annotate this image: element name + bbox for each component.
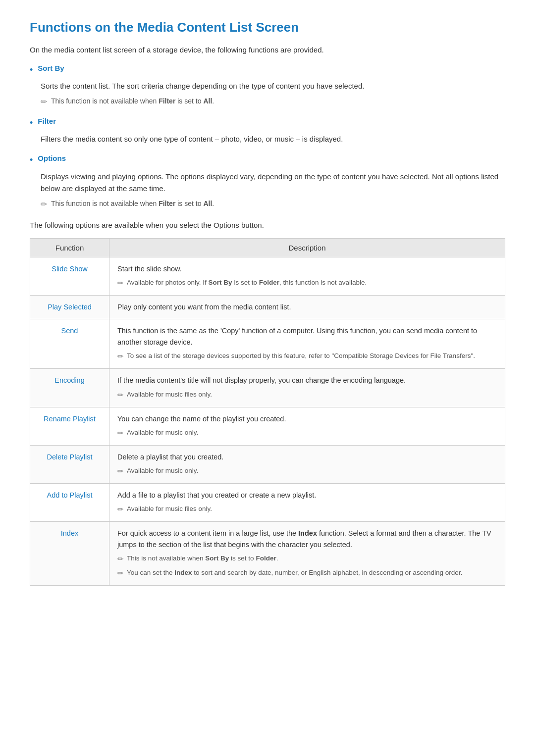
note-icon-7-1: ✏ bbox=[117, 567, 124, 579]
note-icon-options: ✏ bbox=[41, 199, 47, 210]
sort-by-note-text: This function is not available when Filt… bbox=[51, 96, 214, 106]
options-label: Options bbox=[38, 154, 66, 162]
desc-text-3: If the media content's title will not di… bbox=[117, 376, 406, 384]
note-icon-6-0: ✏ bbox=[117, 504, 124, 515]
table-row-function-3: Encoding bbox=[30, 369, 109, 407]
table-note-7-0: ✏ This is not available when Sort By is … bbox=[117, 553, 497, 565]
note-icon-7-0: ✏ bbox=[117, 553, 124, 565]
table-row-description-5: Delete a playlist that you created. ✏ Av… bbox=[109, 445, 505, 483]
note-icon-4-0: ✏ bbox=[117, 427, 124, 439]
note-icon-sort: ✏ bbox=[41, 96, 47, 108]
note-icon-3-0: ✏ bbox=[117, 389, 124, 401]
bullet-dot-filter: • bbox=[30, 117, 33, 129]
table-row-function-7: Index bbox=[30, 522, 109, 586]
filter-highlight-2: Filter bbox=[159, 200, 175, 207]
desc-text-2: This function is the same as the 'Copy' … bbox=[117, 327, 477, 346]
page-title: Functions on the Media Content List Scre… bbox=[30, 20, 505, 35]
filter-section: • Filter Filters the media content so on… bbox=[30, 117, 505, 145]
sort-by-note: ✏ This function is not available when Fi… bbox=[41, 96, 505, 108]
note-text-7-1: You can set the Index to sort and search… bbox=[127, 567, 462, 578]
desc-text-7: For quick access to a content item in a … bbox=[117, 529, 491, 549]
intro-paragraph: On the media content list screen of a st… bbox=[30, 44, 505, 56]
table-row-description-6: Add a file to a playlist that you create… bbox=[109, 483, 505, 521]
table-row-description-3: If the media content's title will not di… bbox=[109, 369, 505, 407]
table-note-2-0: ✏ To see a list of the storage devices s… bbox=[117, 351, 497, 362]
desc-text-6: Add a file to a playlist that you create… bbox=[117, 491, 316, 499]
bullet-dot-options: • bbox=[30, 154, 33, 166]
options-note: ✏ This function is not available when Fi… bbox=[41, 199, 505, 210]
all-highlight-2: All bbox=[203, 200, 212, 207]
note-text-0-0: Available for photos only. If Sort By is… bbox=[127, 277, 367, 288]
note-icon-0-0: ✏ bbox=[117, 277, 124, 289]
desc-text-4: You can change the name of the playlist … bbox=[117, 415, 286, 423]
filter-label: Filter bbox=[38, 117, 56, 125]
desc-text-0: Start the slide show. bbox=[117, 265, 182, 273]
sort-by-desc: Sorts the content list. The sort criteri… bbox=[41, 80, 505, 92]
filter-desc: Filters the media content so only one ty… bbox=[41, 133, 505, 145]
filter-highlight-1: Filter bbox=[159, 97, 175, 105]
note-text-3-0: Available for music files only. bbox=[127, 389, 212, 400]
table-note-6-0: ✏ Available for music files only. bbox=[117, 504, 497, 515]
note-icon-5-0: ✏ bbox=[117, 465, 124, 477]
table-note-5-0: ✏ Available for music only. bbox=[117, 465, 497, 477]
options-section: • Options Displays viewing and playing o… bbox=[30, 154, 505, 210]
table-note-3-0: ✏ Available for music files only. bbox=[117, 389, 497, 401]
table-row-function-2: Send bbox=[30, 319, 109, 368]
sort-by-label: Sort By bbox=[38, 64, 64, 72]
desc-text-5: Delete a playlist that you created. bbox=[117, 453, 223, 461]
table-row-function-6: Add to Playlist bbox=[30, 483, 109, 521]
sort-by-section: • Sort By Sorts the content list. The so… bbox=[30, 64, 505, 108]
note-text-5-0: Available for music only. bbox=[127, 465, 198, 476]
all-highlight-1: All bbox=[203, 97, 212, 105]
table-row-description-7: For quick access to a content item in a … bbox=[109, 522, 505, 586]
note-text-4-0: Available for music only. bbox=[127, 427, 198, 438]
table-note-0-0: ✏ Available for photos only. If Sort By … bbox=[117, 277, 497, 289]
col-description-header: Description bbox=[109, 238, 505, 257]
table-row-function-0: Slide Show bbox=[30, 257, 109, 295]
table-row-function-4: Rename Playlist bbox=[30, 407, 109, 445]
table-row-description-1: Play only content you want from the medi… bbox=[109, 295, 505, 319]
desc-text-1: Play only content you want from the medi… bbox=[117, 303, 291, 311]
bullet-dot-sort: • bbox=[30, 64, 33, 76]
note-text-6-0: Available for music files only. bbox=[127, 504, 212, 514]
options-desc: Displays viewing and playing options. Th… bbox=[41, 171, 505, 195]
note-text-2-0: To see a list of the storage devices sup… bbox=[127, 351, 475, 361]
table-row-function-1: Play Selected bbox=[30, 295, 109, 319]
table-row-function-5: Delete Playlist bbox=[30, 445, 109, 483]
table-note-4-0: ✏ Available for music only. bbox=[117, 427, 497, 439]
options-table: Function Description Slide ShowStart the… bbox=[30, 238, 505, 586]
table-row-description-0: Start the slide show. ✏ Available for ph… bbox=[109, 257, 505, 295]
col-function-header: Function bbox=[30, 238, 109, 257]
table-note-7-1: ✏ You can set the Index to sort and sear… bbox=[117, 567, 497, 579]
table-row-description-2: This function is the same as the 'Copy' … bbox=[109, 319, 505, 368]
note-text-7-0: This is not available when Sort By is se… bbox=[127, 553, 278, 564]
note-icon-2-0: ✏ bbox=[117, 351, 124, 362]
table-row-description-4: You can change the name of the playlist … bbox=[109, 407, 505, 445]
options-note-text: This function is not available when Filt… bbox=[51, 199, 214, 209]
table-intro-text: The following options are available when… bbox=[30, 219, 505, 231]
